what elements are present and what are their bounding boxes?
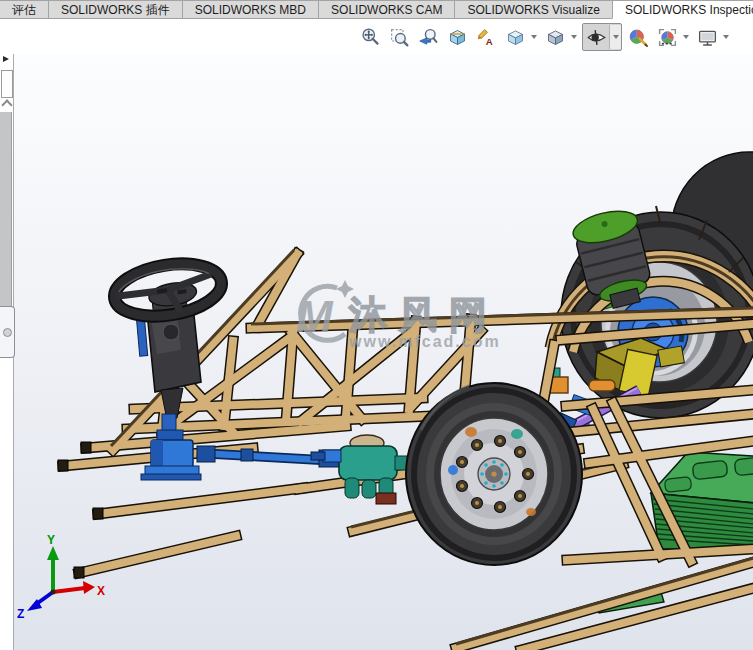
apply-scene-button[interactable] — [654, 24, 680, 50]
panel-flyout-tab[interactable] — [0, 306, 15, 358]
chevron-down-icon — [613, 35, 619, 39]
view-settings-group — [694, 24, 731, 50]
collapse-chevron-icon[interactable] — [1, 99, 12, 110]
view-settings-dropdown[interactable] — [720, 24, 731, 50]
annotation-a-icon: A — [476, 27, 497, 48]
collapsed-filter-box[interactable] — [1, 70, 13, 98]
svg-text:A: A — [485, 35, 492, 46]
display-style-group — [542, 24, 579, 50]
svg-text:www.mfcad.com: www.mfcad.com — [348, 333, 501, 350]
view-cube-icon — [505, 27, 526, 48]
heads-up-view-toolbar: A — [0, 20, 753, 54]
svg-text:沐风网: 沐风网 — [348, 294, 499, 336]
hide-show-items-button[interactable] — [583, 24, 609, 50]
left-scrollbar[interactable] — [0, 112, 12, 310]
chevron-down-icon — [571, 35, 577, 39]
chevron-down-icon — [723, 35, 729, 39]
chevron-down-icon — [683, 35, 689, 39]
hide-show-items-group — [582, 23, 622, 51]
tab-solidworks-inspection[interactable]: SOLIDWORKS Inspection — [612, 0, 753, 19]
eye-icon — [586, 27, 607, 48]
watermark: M 沐风网 www.mfcad.com — [296, 280, 501, 350]
scene-ball-icon — [657, 27, 678, 48]
previous-view-button[interactable] — [415, 24, 441, 50]
orientation-triad: Y X Z — [17, 533, 105, 621]
edit-appearance-button[interactable] — [625, 24, 651, 50]
front-wheel[interactable] — [406, 383, 582, 565]
dynamic-annotation-views-button[interactable]: A — [473, 24, 499, 50]
apply-scene-dropdown[interactable] — [680, 24, 691, 50]
apply-scene-group — [654, 24, 691, 50]
tab-solidworks-cam[interactable]: SOLIDWORKS CAM — [318, 0, 455, 19]
view-orientation-button[interactable] — [502, 24, 528, 50]
mfcad-logo-icon: M — [296, 280, 354, 341]
display-style-button[interactable] — [542, 24, 568, 50]
svg-text:X: X — [97, 584, 105, 598]
section-view-button[interactable] — [444, 24, 470, 50]
svg-text:Y: Y — [47, 533, 55, 547]
zoom-to-fit-button[interactable] — [357, 24, 383, 50]
chevron-down-icon — [531, 35, 537, 39]
expand-tree-arrow-icon[interactable] — [3, 56, 9, 62]
magnifier-area-icon — [389, 27, 410, 48]
magnifier-back-arrow-icon — [418, 27, 439, 48]
svg-text:Z: Z — [17, 607, 24, 621]
display-style-dropdown[interactable] — [568, 24, 579, 50]
flyout-knob-icon — [3, 328, 12, 337]
tab-solidworks-visualize[interactable]: SOLIDWORKS Visualize — [454, 0, 613, 19]
magnifier-fit-icon — [360, 27, 381, 48]
tab-evaluate[interactable]: 评估 — [0, 0, 49, 19]
view-settings-button[interactable] — [694, 24, 720, 50]
shaded-cube-icon — [545, 27, 566, 48]
view-orientation-dropdown[interactable] — [528, 24, 539, 50]
monitor-icon — [697, 27, 718, 48]
view-orientation-group — [502, 24, 539, 50]
svg-text:M: M — [296, 292, 334, 341]
zoom-to-area-button[interactable] — [386, 24, 412, 50]
hide-show-items-dropdown[interactable] — [609, 25, 621, 49]
section-cube-icon — [447, 27, 468, 48]
command-manager-tab-bar: 评估 SOLIDWORKS 插件 SOLIDWORKS MBD SOLIDWOR… — [0, 0, 753, 20]
graphics-viewport[interactable]: M 沐风网 www.mfcad.com Y X Z — [13, 54, 753, 650]
tab-solidworks-addins[interactable]: SOLIDWORKS 插件 — [48, 0, 183, 19]
appearance-ball-pencil-icon — [628, 27, 649, 48]
tab-solidworks-mbd[interactable]: SOLIDWORKS MBD — [182, 0, 319, 19]
